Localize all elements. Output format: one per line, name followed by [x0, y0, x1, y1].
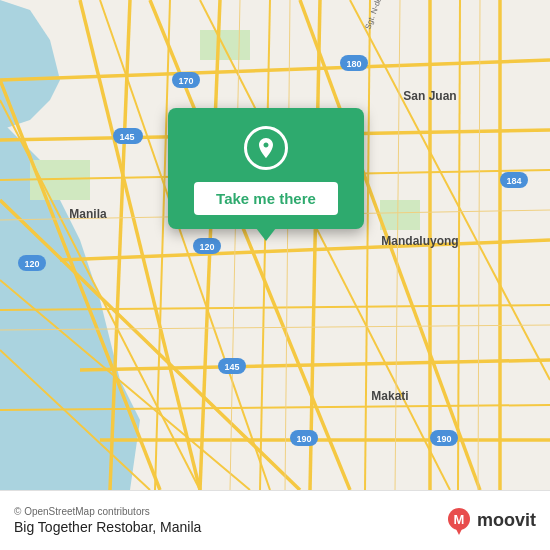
- svg-rect-5: [380, 200, 420, 230]
- svg-text:145: 145: [224, 362, 239, 372]
- moovit-icon: M: [445, 507, 473, 535]
- svg-text:Manila: Manila: [69, 207, 107, 221]
- svg-text:120: 120: [24, 259, 39, 269]
- svg-text:M: M: [454, 512, 465, 527]
- svg-text:180: 180: [346, 59, 361, 69]
- svg-text:Mandaluyong: Mandaluyong: [381, 234, 458, 248]
- svg-text:San Juan: San Juan: [403, 89, 456, 103]
- moovit-text: moovit: [477, 510, 536, 531]
- svg-text:190: 190: [296, 434, 311, 444]
- svg-rect-4: [200, 30, 250, 60]
- map-container: 120 140 170 180 120 145 145 190 190 184 …: [0, 0, 550, 490]
- svg-text:Makati: Makati: [371, 389, 408, 403]
- place-name: Big Together Restobar, Manila: [14, 519, 201, 535]
- svg-text:120: 120: [199, 242, 214, 252]
- moovit-logo: M moovit: [445, 507, 536, 535]
- svg-text:170: 170: [178, 76, 193, 86]
- location-pin-icon: [244, 126, 288, 170]
- svg-text:190: 190: [436, 434, 451, 444]
- bottom-bar: © OpenStreetMap contributors Big Togethe…: [0, 490, 550, 550]
- take-me-there-button[interactable]: Take me there: [194, 182, 338, 215]
- svg-marker-67: [455, 527, 463, 535]
- popup-card: Take me there: [168, 108, 364, 229]
- attribution-text: © OpenStreetMap contributors: [14, 506, 201, 517]
- bottom-left: © OpenStreetMap contributors Big Togethe…: [14, 506, 201, 535]
- svg-text:145: 145: [119, 132, 134, 142]
- svg-text:184: 184: [506, 176, 521, 186]
